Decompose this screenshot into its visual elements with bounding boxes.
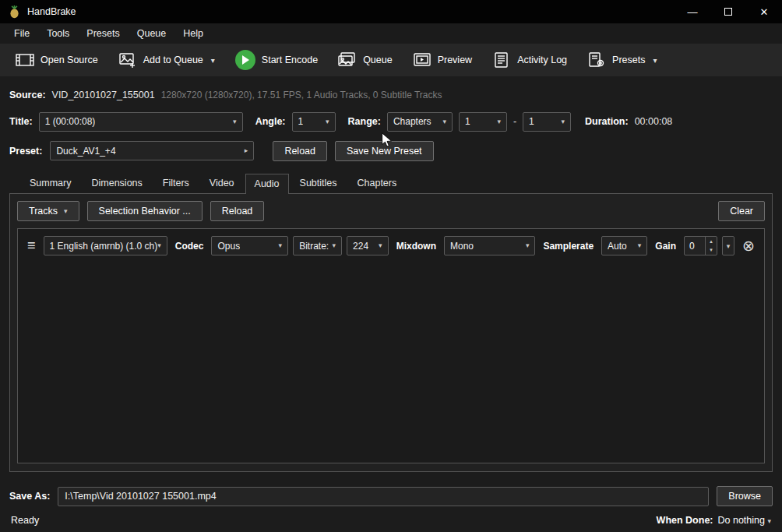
menu-help[interactable]: Help <box>175 25 211 42</box>
tab-audio[interactable]: Audio <box>245 174 289 194</box>
chevron-down-icon[interactable]: ▾ <box>706 246 717 255</box>
audio-toolbar: Tracks ▾ Selection Behavior ... Reload C… <box>17 201 765 221</box>
chevron-down-icon: ▾ <box>157 242 161 249</box>
activity-log-label: Activity Log <box>517 55 567 65</box>
reload-preset-button[interactable]: Reload <box>273 141 327 161</box>
selection-behavior-button[interactable]: Selection Behavior ... <box>87 201 203 221</box>
title-label: Title: <box>9 116 33 127</box>
audio-tab-panel: Tracks ▾ Selection Behavior ... Reload C… <box>9 193 773 472</box>
preset-select[interactable]: Duck_AV1_+4 ▸ <box>50 141 254 160</box>
tab-bar: Summary Dimensions Filters Video Audio S… <box>9 174 773 193</box>
chevron-down-icon: ▾ <box>562 118 565 125</box>
menu-tools[interactable]: Tools <box>39 25 77 42</box>
window-title: HandBrake <box>27 6 76 17</box>
tracks-menu-button[interactable]: Tracks ▾ <box>17 201 79 221</box>
audio-track-row: ≡ 1 English (amrnb) (1.0 ch) ▾ Codec Opu… <box>24 236 758 255</box>
range-start-select[interactable]: 1 ▾ <box>459 112 507 132</box>
track-source-select[interactable]: 1 English (amrnb) (1.0 ch) ▾ <box>44 236 167 255</box>
start-encode-button[interactable]: Start Encode <box>227 45 326 75</box>
tab-chapters[interactable]: Chapters <box>348 173 407 193</box>
source-name: VID_20101027_155001 <box>52 90 155 100</box>
browse-button[interactable]: Browse <box>717 486 773 506</box>
save-new-preset-button[interactable]: Save New Preset <box>335 141 434 161</box>
save-as-row: Save As: Browse <box>9 486 773 506</box>
queue-icon <box>338 51 357 69</box>
audio-track-list: ≡ 1 English (amrnb) (1.0 ch) ▾ Codec Opu… <box>17 228 765 463</box>
codec-label: Codec <box>175 241 204 252</box>
mixdown-label: Mixdown <box>396 241 436 252</box>
tab-summary[interactable]: Summary <box>20 173 80 193</box>
clear-tracks-button[interactable]: Clear <box>718 201 765 221</box>
when-done-select[interactable]: Do nothing ▾ <box>718 515 771 526</box>
main-content: Source: VID_20101027_155001 1280x720 (12… <box>0 76 782 509</box>
chevron-down-icon: ▾ <box>767 517 771 525</box>
tab-video[interactable]: Video <box>200 173 244 193</box>
chevron-down-icon: ▾ <box>279 242 283 249</box>
bitrate-mode-select[interactable]: Bitrate: ▾ <box>293 236 342 255</box>
title-select[interactable]: 1 (00:00:08) ▾ <box>39 112 243 132</box>
destination-path-input[interactable] <box>58 487 709 506</box>
gain-stepper[interactable]: 0 ▴ ▾ <box>684 236 717 255</box>
preview-icon <box>413 51 432 69</box>
stepper-arrows[interactable]: ▴ ▾ <box>705 237 717 255</box>
preset-label: Preset: <box>9 146 42 157</box>
activity-log-button[interactable]: Activity Log <box>484 47 575 73</box>
start-encode-label: Start Encode <box>262 55 318 65</box>
mixdown-select[interactable]: Mono ▾ <box>444 236 535 255</box>
preset-row: Preset: Duck_AV1_+4 ▸ Reload Save New Pr… <box>9 140 773 161</box>
open-source-button[interactable]: Open Source <box>8 47 106 73</box>
chevron-up-icon[interactable]: ▴ <box>706 237 717 246</box>
add-to-queue-label: Add to Queue <box>143 55 203 65</box>
when-done-group: When Done: Do nothing ▾ <box>657 515 771 526</box>
source-label: Source: <box>9 90 46 100</box>
bitrate-value-select[interactable]: 224 ▾ <box>347 236 389 255</box>
remove-track-button[interactable]: ⊗ <box>739 238 758 253</box>
chevron-down-icon: ▾ <box>333 242 336 249</box>
menubar: File Tools Presets Queue Help <box>0 23 782 44</box>
minimize-button[interactable]: — <box>675 0 710 23</box>
chevron-down-icon: ▾ <box>727 242 731 250</box>
when-done-label: When Done: <box>657 515 713 526</box>
statusbar: Ready When Done: Do nothing ▾ <box>0 509 782 532</box>
window-controls: — ✕ <box>675 0 782 23</box>
advanced-toggle-button[interactable]: ▾ <box>722 236 734 255</box>
titlebar: HandBrake — ✕ <box>0 0 782 23</box>
open-source-label: Open Source <box>41 55 98 65</box>
chevron-down-icon: ▾ <box>233 118 237 125</box>
menu-queue[interactable]: Queue <box>129 25 174 42</box>
range-type-select[interactable]: Chapters ▾ <box>387 112 453 132</box>
duration-label: Duration: <box>585 116 629 127</box>
chevron-down-icon: ▾ <box>526 242 530 249</box>
codec-select[interactable]: Opus ▾ <box>211 236 288 255</box>
preview-button[interactable]: Preview <box>405 47 480 73</box>
menu-file[interactable]: File <box>6 25 37 42</box>
gain-label: Gain <box>655 241 676 252</box>
chevron-down-icon: ▾ <box>64 208 68 215</box>
add-to-queue-button[interactable]: Add to Queue ▾ <box>111 47 223 73</box>
title-row: Title: 1 (00:00:08) ▾ Angle: 1 ▾ Range: … <box>9 111 773 132</box>
range-label: Range: <box>348 116 381 127</box>
source-details: 1280x720 (1280x720), 17.51 FPS, 1 Audio … <box>161 90 442 100</box>
queue-button[interactable]: Queue <box>330 47 400 73</box>
samplerate-select[interactable]: Auto ▾ <box>601 236 647 255</box>
source-row: Source: VID_20101027_155001 1280x720 (12… <box>9 87 773 103</box>
tab-subtitles[interactable]: Subtitles <box>291 173 347 193</box>
chevron-down-icon: ▾ <box>442 118 446 125</box>
maximize-icon <box>724 8 732 16</box>
angle-label: Angle: <box>255 116 286 127</box>
maximize-button[interactable] <box>710 0 746 23</box>
angle-select[interactable]: 1 ▾ <box>292 112 336 132</box>
drag-handle-icon[interactable]: ≡ <box>24 238 39 254</box>
chevron-down-icon: ▾ <box>211 56 215 65</box>
handbrake-logo-icon <box>8 5 21 19</box>
tab-dimensions[interactable]: Dimensions <box>82 173 151 193</box>
range-end-select[interactable]: 1 ▾ <box>523 112 571 132</box>
close-button[interactable]: ✕ <box>746 0 782 23</box>
samplerate-label: Samplerate <box>543 241 594 252</box>
presets-button[interactable]: Presets ▾ <box>579 47 664 73</box>
expander-right-icon: ▸ <box>245 147 248 154</box>
audio-reload-button[interactable]: Reload <box>210 201 265 221</box>
chevron-down-icon: ▾ <box>638 242 642 249</box>
tab-filters[interactable]: Filters <box>153 173 199 193</box>
menu-presets[interactable]: Presets <box>79 25 127 42</box>
